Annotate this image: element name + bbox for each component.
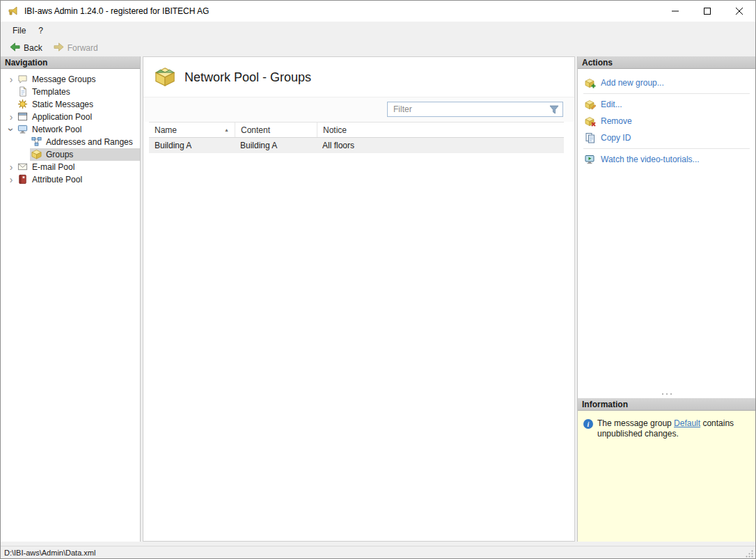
forward-button[interactable]: Forward (49, 40, 103, 56)
window-title: IBI-aws Admin 1.24.0 - registered for IB… (24, 6, 209, 16)
default-message-group-link[interactable]: Default (674, 418, 700, 428)
actions-list: Add new group... Edit... Remove (578, 69, 755, 390)
video-tutorials-icon (585, 154, 596, 165)
back-arrow-icon (10, 42, 20, 54)
minimize-button[interactable] (659, 1, 691, 22)
tree-item-addresses-and-ranges[interactable]: Addresses and Ranges (1, 136, 140, 148)
chevron-right-icon[interactable]: › (6, 162, 16, 172)
resize-grip[interactable] (745, 549, 754, 558)
filter-input[interactable] (388, 104, 549, 114)
selected-tree-item: Groups (30, 148, 140, 161)
toolbar: Back Forward (1, 39, 755, 56)
message-groups-icon (17, 74, 29, 85)
app-logo-icon (8, 6, 19, 17)
forward-label: Forward (68, 43, 98, 53)
column-header-name[interactable]: Name ▲ (149, 123, 235, 137)
addresses-and-ranges-icon (31, 136, 42, 148)
groups-table: Name ▲ Content Notice Building A Buildin… (149, 122, 564, 153)
copy-id-icon (585, 132, 596, 143)
actions-separator (583, 93, 750, 94)
action-copy-id[interactable]: Copy ID (578, 129, 755, 146)
maximize-button[interactable] (691, 1, 723, 22)
content-area: Navigation › Message Groups (1, 56, 755, 546)
action-edit[interactable]: Edit... (578, 96, 755, 113)
action-watch-video-tutorials[interactable]: Watch the video-tutorials... (578, 151, 755, 168)
info-icon: i (583, 419, 593, 429)
right-panel: Actions Add new group... Edit... (577, 56, 755, 542)
attribute-pool-icon (17, 174, 29, 185)
cell-notice: All floors (317, 141, 564, 150)
table-row[interactable]: Building A Building A All floors (149, 138, 564, 153)
tree-item-network-pool[interactable]: › Network Pool (1, 123, 140, 136)
tree-item-message-groups[interactable]: › Message Groups (1, 73, 140, 86)
chevron-right-icon[interactable]: › (6, 112, 16, 122)
application-pool-icon (17, 111, 29, 123)
forward-arrow-icon (54, 42, 64, 54)
back-button[interactable]: Back (5, 40, 47, 56)
static-messages-icon (17, 99, 29, 110)
chevron-right-icon[interactable]: › (6, 175, 16, 184)
tree-item-application-pool[interactable]: › Application Pool (1, 111, 140, 123)
tree-item-static-messages[interactable]: Static Messages (1, 98, 140, 111)
navigation-panel: Navigation › Message Groups (1, 56, 141, 542)
network-pool-groups-icon (155, 66, 175, 89)
tree-item-attribute-pool[interactable]: › Attribute Pool (1, 173, 140, 186)
network-pool-icon (17, 124, 29, 135)
information-header: Information (578, 398, 755, 411)
column-header-content[interactable]: Content (235, 123, 317, 137)
main-header: Network Pool - Groups (143, 57, 574, 97)
email-pool-icon (17, 162, 29, 173)
app-window: IBI-aws Admin 1.24.0 - registered for IB… (0, 0, 756, 559)
statusbar: D:\IBI-aws\Admin\Data.xml (1, 546, 755, 558)
navigation-tree: › Message Groups Templates (1, 69, 140, 186)
main-panel: Network Pool - Groups Name ▲ Content (143, 56, 575, 542)
table-header-row: Name ▲ Content Notice (149, 122, 564, 138)
menu-file[interactable]: File (6, 24, 32, 38)
actions-header: Actions (578, 56, 755, 69)
filter-funnel-icon[interactable] (549, 105, 559, 114)
splitter-grip[interactable] (578, 390, 755, 398)
chevron-down-icon[interactable]: › (6, 125, 16, 134)
remove-group-icon (585, 116, 596, 127)
cell-content: Building A (235, 141, 317, 150)
action-remove[interactable]: Remove (578, 113, 755, 129)
window-controls (659, 1, 755, 22)
cell-name: Building A (149, 141, 235, 150)
back-label: Back (24, 43, 42, 53)
filter-input-wrapper (387, 102, 563, 117)
menubar: File ? (1, 22, 755, 39)
sort-ascending-icon: ▲ (224, 127, 229, 132)
groups-icon (31, 149, 42, 160)
column-header-notice[interactable]: Notice (317, 123, 564, 137)
information-message: The message group Default contains unpub… (597, 418, 742, 439)
edit-group-icon (585, 99, 596, 110)
close-button[interactable] (723, 1, 755, 22)
menu-help[interactable]: ? (32, 24, 49, 38)
navigation-header: Navigation (1, 56, 140, 69)
titlebar: IBI-aws Admin 1.24.0 - registered for IB… (1, 1, 755, 22)
templates-icon (17, 86, 29, 97)
tree-item-groups[interactable]: Groups (1, 148, 140, 161)
tree-item-templates[interactable]: Templates (1, 86, 140, 98)
tree-item-email-pool[interactable]: › E-mail Pool (1, 161, 140, 173)
information-box: i The message group Default contains unp… (578, 411, 755, 542)
page-title: Network Pool - Groups (184, 70, 311, 85)
status-data-file-path: D:\IBI-aws\Admin\Data.xml (4, 549, 95, 557)
actions-separator (583, 148, 750, 149)
action-add-new-group[interactable]: Add new group... (578, 74, 755, 91)
filter-row (143, 97, 574, 122)
add-group-icon (585, 77, 596, 88)
chevron-right-icon[interactable]: › (6, 74, 16, 84)
